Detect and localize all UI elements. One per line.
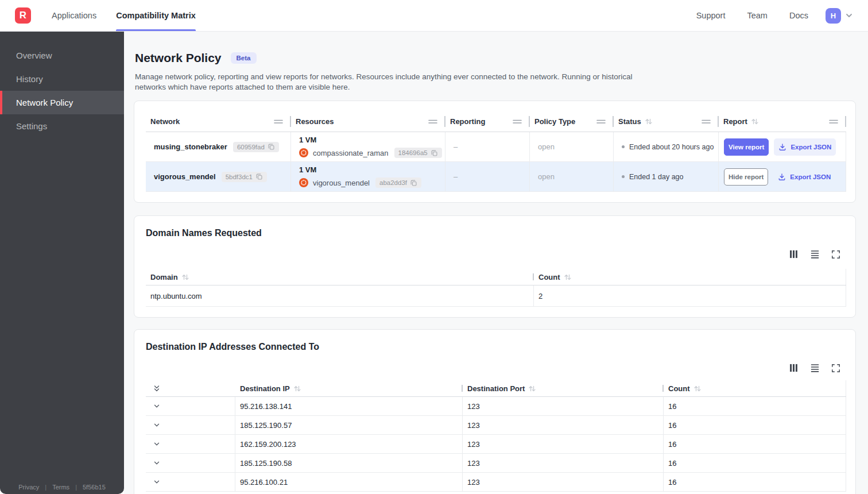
avatar[interactable]: H — [826, 8, 841, 24]
rows-icon[interactable] — [810, 249, 820, 259]
page-title: Network Policy — [135, 51, 222, 65]
column-header[interactable]: Domain — [146, 269, 534, 285]
column-header[interactable]: Destination Port — [463, 380, 664, 397]
double-chevron-down-icon[interactable] — [153, 384, 161, 393]
column-resize-handle[interactable] — [428, 117, 437, 126]
column-header[interactable]: Destination IP — [235, 380, 463, 397]
count-cell: 2 — [534, 285, 846, 307]
export-json-button[interactable]: Export JSON — [774, 138, 836, 156]
rows-icon[interactable] — [810, 363, 820, 373]
resource-hash-badge[interactable]: 184696a5 — [394, 148, 442, 158]
sidebar-item-overview[interactable]: Overview — [0, 44, 124, 67]
chevron-down-icon[interactable] — [153, 478, 161, 486]
network-row[interactable]: vigorous_mendel 5bdf3dc1 1 VM vigorous_m… — [146, 162, 846, 192]
domain-row[interactable]: ntp.ubuntu.com 2 — [146, 285, 846, 307]
copy-icon[interactable] — [410, 179, 417, 187]
resources-cell: 1 VM compassionate_raman 184696a5 — [291, 132, 445, 162]
nav-tab-compatibility-matrix[interactable]: Compatibility Matrix — [116, 0, 196, 31]
copy-icon[interactable] — [255, 173, 263, 180]
nav-right: Support Team Docs H — [696, 0, 853, 31]
domains-table-header: Domain Count — [146, 269, 846, 285]
nav-link-team[interactable]: Team — [747, 11, 767, 20]
sort-icon[interactable] — [181, 273, 189, 281]
copy-icon[interactable] — [268, 143, 275, 150]
nav-link-support[interactable]: Support — [696, 11, 726, 20]
column-header[interactable]: Report — [719, 111, 846, 132]
column-resize-handle[interactable] — [702, 117, 711, 126]
column-header[interactable]: Count — [534, 269, 846, 285]
terms-link[interactable]: Terms — [52, 484, 69, 491]
column-resize-handle[interactable] — [829, 117, 838, 126]
resource-hash-badge[interactable]: aba2dd3f — [375, 177, 421, 188]
network-hash-badge[interactable]: 5bdf3dc1 — [222, 172, 267, 182]
app-logo[interactable]: R — [15, 7, 31, 24]
sidebar-item-settings[interactable]: Settings — [0, 114, 124, 138]
column-resize-handle[interactable] — [274, 117, 283, 126]
download-icon — [778, 173, 786, 181]
row-expander[interactable] — [146, 454, 235, 473]
column-header[interactable]: Status — [614, 111, 719, 132]
policy-type-cell: open — [530, 132, 614, 162]
destination-row[interactable]: 162.159.200.123 123 16 — [146, 435, 846, 454]
nav-tab-applications[interactable]: Applications — [52, 0, 96, 31]
copy-icon[interactable] — [431, 149, 438, 157]
destination-row[interactable]: 95.216.100.21 123 16 — [146, 473, 846, 492]
destinations-card-toolbar — [146, 363, 840, 373]
destination-ip-cell: 162.159.200.123 — [235, 435, 463, 454]
privacy-link[interactable]: Privacy — [18, 484, 39, 491]
policy-type-cell: open — [530, 162, 614, 192]
status-dot-icon — [622, 145, 625, 148]
column-header[interactable]: Policy Type — [530, 111, 614, 132]
sort-icon[interactable] — [564, 273, 572, 281]
sort-icon[interactable] — [528, 385, 536, 392]
sort-icon[interactable] — [293, 385, 301, 392]
destination-ip-cell: 95.216.100.21 — [235, 473, 463, 492]
column-header[interactable]: Network — [146, 111, 291, 132]
user-menu[interactable]: H — [826, 8, 853, 24]
chevron-down-icon[interactable] — [153, 459, 161, 467]
sidebar-item-network-policy[interactable]: Network Policy — [0, 91, 124, 114]
columns-icon[interactable] — [789, 249, 799, 259]
destination-row[interactable]: 95.216.138.141 123 16 — [146, 397, 846, 416]
row-expander[interactable] — [146, 473, 235, 492]
chevron-down-icon[interactable] — [153, 421, 161, 429]
domain-cell: ntp.ubuntu.com — [146, 285, 534, 307]
chevron-down-icon[interactable] — [845, 11, 853, 20]
sidebar: Overview History Network Policy Settings… — [0, 32, 124, 494]
row-expander[interactable] — [146, 416, 235, 435]
top-navbar: R Applications Compatibility Matrix Supp… — [0, 0, 868, 32]
sidebar-footer: Privacy | Terms | 5f56b15 — [0, 484, 124, 491]
chevron-down-icon[interactable] — [153, 440, 161, 448]
status-cell: Ended 1 day ago — [614, 162, 719, 192]
sidebar-item-history[interactable]: History — [0, 67, 124, 91]
network-cell: musing_stonebraker 60959fad — [146, 132, 291, 162]
sort-icon[interactable] — [693, 385, 702, 392]
sort-icon[interactable] — [645, 118, 653, 125]
column-header[interactable]: Reporting — [445, 111, 530, 132]
columns-icon[interactable] — [789, 363, 799, 373]
count-cell: 16 — [664, 454, 846, 473]
expand-icon[interactable] — [831, 250, 840, 259]
domains-card-title: Domain Names Requested — [146, 228, 846, 238]
report-button[interactable]: View report — [724, 138, 769, 156]
report-button[interactable]: Hide report — [724, 168, 768, 186]
network-hash-badge[interactable]: 60959fad — [233, 142, 279, 152]
destination-row[interactable]: 185.125.190.57 123 16 — [146, 416, 846, 435]
export-json-button[interactable]: Export JSON — [773, 168, 835, 186]
row-expander[interactable] — [146, 397, 235, 416]
nav-link-docs[interactable]: Docs — [789, 11, 808, 20]
destination-row[interactable]: 185.125.190.58 123 16 — [146, 454, 846, 473]
network-row[interactable]: musing_stonebraker 60959fad 1 VM compass… — [146, 132, 846, 162]
expand-icon[interactable] — [831, 364, 840, 373]
destination-ip-cell: 185.125.190.57 — [235, 416, 463, 435]
column-header[interactable]: Count — [664, 380, 846, 397]
row-expander[interactable] — [146, 435, 235, 454]
networks-table-header: Network Resources — [146, 111, 846, 132]
sort-icon[interactable] — [751, 118, 759, 125]
column-header[interactable]: Resources — [291, 111, 445, 132]
report-cell: View report Export JSON — [719, 132, 846, 162]
expand-all-header[interactable] — [146, 380, 235, 397]
column-resize-handle[interactable] — [596, 117, 606, 126]
column-resize-handle[interactable] — [513, 117, 522, 126]
chevron-down-icon[interactable] — [153, 402, 161, 410]
